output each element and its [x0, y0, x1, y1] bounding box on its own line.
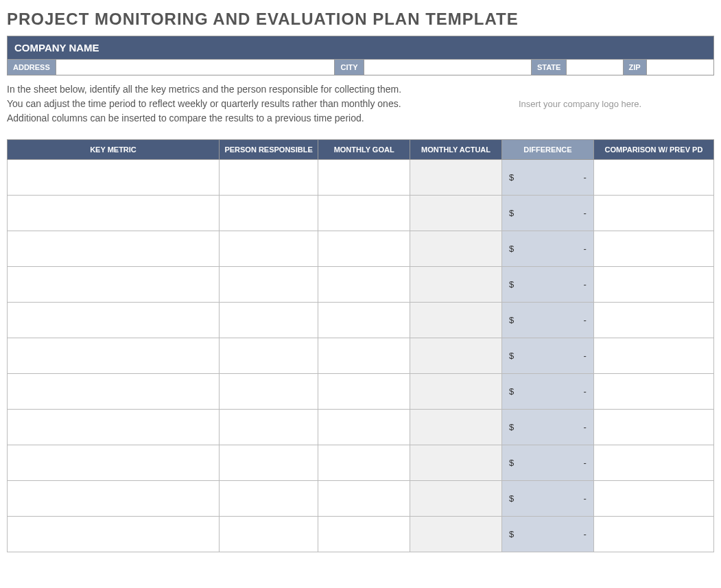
cell-monthly-actual[interactable] — [410, 267, 502, 303]
cell-key-metric[interactable] — [8, 338, 220, 374]
cell-key-metric[interactable] — [8, 303, 220, 338]
company-name-bar[interactable]: COMPANY NAME — [7, 36, 714, 60]
cell-comparison[interactable] — [593, 196, 713, 231]
cell-key-metric[interactable] — [8, 517, 220, 552]
cell-key-metric[interactable] — [8, 410, 220, 445]
cell-comparison[interactable] — [593, 338, 713, 374]
cell-comparison[interactable] — [593, 517, 713, 552]
cell-comparison[interactable] — [593, 374, 713, 410]
cell-comparison[interactable] — [593, 267, 713, 303]
cell-monthly-goal[interactable] — [318, 267, 410, 303]
city-label: CITY — [334, 60, 364, 75]
difference-currency: $ — [509, 315, 514, 325]
cell-key-metric[interactable] — [8, 231, 220, 267]
cell-comparison[interactable] — [593, 303, 713, 338]
cell-comparison[interactable] — [593, 481, 713, 517]
cell-person-responsible[interactable] — [220, 517, 318, 552]
cell-difference: $- — [501, 445, 593, 481]
difference-value: - — [584, 351, 587, 361]
logo-placeholder[interactable]: Insert your company logo here. — [446, 82, 714, 126]
city-field[interactable] — [364, 60, 531, 75]
cell-monthly-actual[interactable] — [410, 374, 502, 410]
cell-monthly-actual[interactable] — [410, 303, 502, 338]
cell-monthly-goal[interactable] — [318, 338, 410, 374]
cell-monthly-goal[interactable] — [318, 374, 410, 410]
cell-key-metric[interactable] — [8, 481, 220, 517]
cell-monthly-goal[interactable] — [318, 196, 410, 231]
address-field[interactable] — [56, 60, 335, 75]
cell-difference: $- — [501, 267, 593, 303]
cell-monthly-actual[interactable] — [410, 231, 502, 267]
cell-monthly-goal[interactable] — [318, 160, 410, 196]
difference-value: - — [584, 172, 587, 183]
cell-monthly-goal[interactable] — [318, 517, 410, 552]
table-row: $- — [8, 338, 714, 374]
cell-comparison[interactable] — [593, 231, 713, 267]
metrics-table: KEY METRIC PERSON RESPONSIBLE MONTHLY GO… — [7, 139, 714, 552]
difference-value: - — [584, 529, 587, 539]
difference-value: - — [584, 386, 587, 397]
cell-monthly-goal[interactable] — [318, 231, 410, 267]
cell-difference: $- — [501, 338, 593, 374]
cell-monthly-actual[interactable] — [410, 445, 502, 481]
header-monthly-actual: MONTHLY ACTUAL — [410, 140, 502, 160]
difference-currency: $ — [509, 493, 514, 504]
difference-currency: $ — [509, 351, 514, 361]
cell-monthly-actual[interactable] — [410, 196, 502, 231]
difference-value: - — [584, 279, 587, 290]
cell-monthly-goal[interactable] — [318, 303, 410, 338]
state-field[interactable] — [567, 60, 622, 75]
cell-comparison[interactable] — [593, 160, 713, 196]
difference-value: - — [584, 422, 587, 432]
table-header-row: KEY METRIC PERSON RESPONSIBLE MONTHLY GO… — [8, 140, 714, 160]
cell-monthly-goal[interactable] — [318, 410, 410, 445]
cell-monthly-actual[interactable] — [410, 160, 502, 196]
cell-difference: $- — [501, 410, 593, 445]
difference-currency: $ — [509, 208, 514, 218]
cell-person-responsible[interactable] — [220, 481, 318, 517]
difference-currency: $ — [509, 529, 514, 539]
state-label: STATE — [531, 60, 567, 75]
cell-key-metric[interactable] — [8, 196, 220, 231]
table-row: $- — [8, 445, 714, 481]
difference-value: - — [584, 208, 587, 218]
header-monthly-goal: MONTHLY GOAL — [318, 140, 410, 160]
cell-difference: $- — [501, 303, 593, 338]
table-row: $- — [8, 374, 714, 410]
cell-key-metric[interactable] — [8, 445, 220, 481]
cell-difference: $- — [501, 481, 593, 517]
cell-key-metric[interactable] — [8, 267, 220, 303]
cell-person-responsible[interactable] — [220, 231, 318, 267]
cell-monthly-actual[interactable] — [410, 338, 502, 374]
cell-person-responsible[interactable] — [220, 196, 318, 231]
cell-person-responsible[interactable] — [220, 267, 318, 303]
cell-monthly-actual[interactable] — [410, 481, 502, 517]
cell-key-metric[interactable] — [8, 374, 220, 410]
cell-difference: $- — [501, 160, 593, 196]
difference-value: - — [584, 244, 587, 254]
zip-field[interactable] — [647, 60, 713, 75]
cell-comparison[interactable] — [593, 410, 713, 445]
cell-monthly-actual[interactable] — [410, 410, 502, 445]
cell-monthly-goal[interactable] — [318, 445, 410, 481]
cell-comparison[interactable] — [593, 445, 713, 481]
cell-person-responsible[interactable] — [220, 374, 318, 410]
zip-label: ZIP — [623, 60, 647, 75]
cell-person-responsible[interactable] — [220, 410, 318, 445]
metrics-body: $-$-$-$-$-$-$-$-$-$-$- — [8, 160, 714, 552]
cell-monthly-actual[interactable] — [410, 517, 502, 552]
cell-difference: $- — [501, 517, 593, 552]
cell-key-metric[interactable] — [8, 160, 220, 196]
address-label: ADDRESS — [8, 60, 56, 75]
cell-monthly-goal[interactable] — [318, 481, 410, 517]
cell-person-responsible[interactable] — [220, 160, 318, 196]
table-row: $- — [8, 481, 714, 517]
cell-person-responsible[interactable] — [220, 303, 318, 338]
difference-currency: $ — [509, 172, 514, 183]
difference-currency: $ — [509, 279, 514, 290]
difference-currency: $ — [509, 458, 514, 468]
cell-person-responsible[interactable] — [220, 338, 318, 374]
header-key-metric: KEY METRIC — [8, 140, 220, 160]
cell-person-responsible[interactable] — [220, 445, 318, 481]
table-row: $- — [8, 410, 714, 445]
